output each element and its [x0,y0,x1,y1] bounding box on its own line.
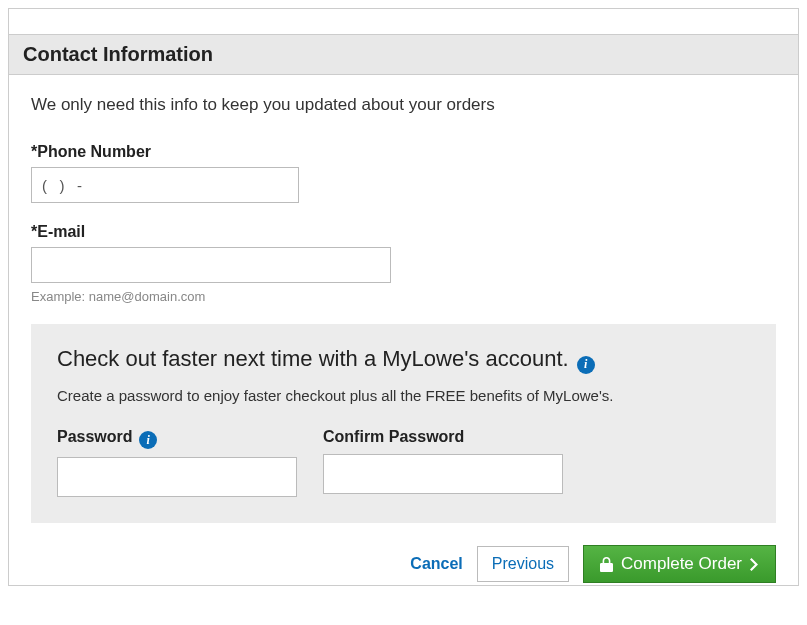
promo-title-text: Check out faster next time with a MyLowe… [57,346,569,371]
cancel-button[interactable]: Cancel [410,555,462,573]
password-col: Password i [57,428,297,498]
phone-label: *Phone Number [31,143,776,161]
password-input[interactable] [57,457,297,497]
chevron-right-icon [750,558,759,571]
info-icon[interactable]: i [139,431,157,449]
intro-text: We only need this info to keep you updat… [31,95,776,115]
lock-icon [600,557,613,572]
phone-field-group: *Phone Number [31,143,776,203]
section-body: We only need this info to keep you updat… [9,75,798,523]
complete-order-button[interactable]: Complete Order [583,545,776,583]
promo-title: Check out faster next time with a MyLowe… [57,346,750,374]
phone-input[interactable] [31,167,299,203]
email-label: *E-mail [31,223,776,241]
complete-order-label: Complete Order [621,554,742,574]
panel-top-spacer [9,9,798,35]
action-bar: Cancel Previous Complete Order [9,523,798,585]
previous-button[interactable]: Previous [477,546,569,582]
section-header: Contact Information [9,35,798,75]
confirm-password-input[interactable] [323,454,563,494]
password-label-text: Password [57,428,133,445]
info-icon[interactable]: i [577,356,595,374]
password-row: Password i Confirm Password [57,428,750,498]
email-input[interactable] [31,247,391,283]
section-title: Contact Information [23,43,784,66]
account-promo-box: Check out faster next time with a MyLowe… [31,324,776,523]
promo-subtitle: Create a password to enjoy faster checko… [57,386,750,406]
confirm-password-label: Confirm Password [323,428,563,446]
password-label: Password i [57,428,297,450]
checkout-panel: Contact Information We only need this in… [8,8,799,586]
email-field-group: *E-mail Example: name@domain.com [31,223,776,304]
email-hint: Example: name@domain.com [31,289,776,304]
confirm-password-col: Confirm Password [323,428,563,498]
